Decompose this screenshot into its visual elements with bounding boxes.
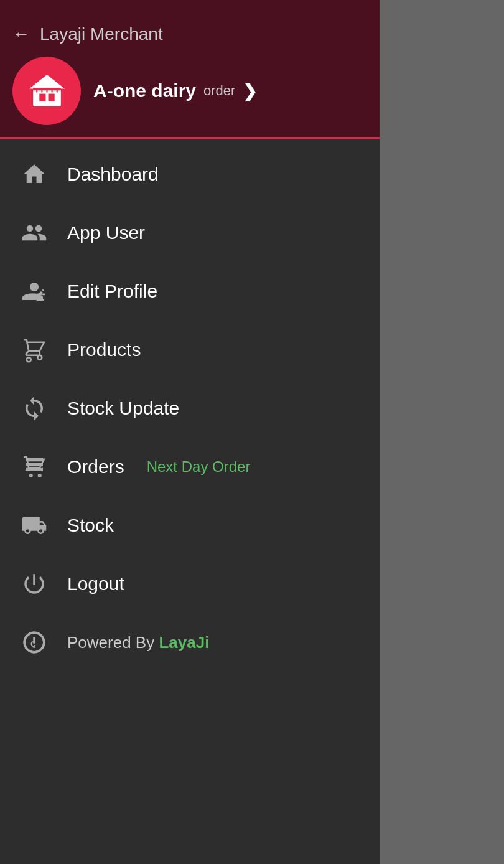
dashboard-label: Dashboard (67, 164, 159, 185)
stock-label: Stock (67, 515, 114, 536)
svg-marker-1 (29, 75, 65, 88)
sidebar-item-logout[interactable]: Logout (0, 555, 380, 613)
header: ← Layaji Merchant (0, 0, 380, 137)
svg-rect-17 (26, 468, 43, 471)
home-icon (19, 159, 50, 190)
logout-icon (19, 568, 50, 599)
sidebar-item-app-user[interactable]: App User (0, 204, 380, 262)
svg-rect-3 (48, 93, 54, 101)
copyright-icon: c (19, 627, 50, 658)
sidebar-item-stock-update[interactable]: Stock Update (0, 379, 380, 438)
sidebar-item-orders[interactable]: Orders Next Day Order (0, 438, 380, 496)
svg-rect-12 (37, 296, 44, 298)
users-icon (19, 217, 50, 248)
store-name: A-one dairy (93, 80, 196, 101)
right-panel (380, 0, 504, 864)
sidebar-item-edit-profile[interactable]: Edit Profile (0, 262, 380, 321)
stock-icon (19, 510, 50, 541)
stock-update-icon (19, 393, 50, 424)
svg-rect-15 (26, 458, 43, 461)
edit-profile-label: Edit Profile (67, 281, 157, 302)
powered-by-text: Powered By (67, 633, 159, 652)
orders-label: Orders (67, 456, 124, 477)
sidebar-item-products[interactable]: Products (0, 321, 380, 379)
sidebar-item-stock[interactable]: Stock (0, 496, 380, 555)
nav-menu: Dashboard App User Edit Pr (0, 139, 380, 864)
stock-update-label: Stock Update (67, 398, 179, 419)
app-title: Layaji Merchant (40, 24, 163, 44)
back-button[interactable]: ← (12, 24, 30, 44)
svg-rect-11 (37, 294, 45, 296)
svg-rect-16 (26, 463, 43, 466)
orders-extra-label: Next Day Order (147, 458, 251, 476)
svg-text:c: c (30, 638, 36, 649)
powered-by-row: c Powered By LayaJi (0, 613, 380, 672)
sidebar-item-dashboard[interactable]: Dashboard (0, 145, 380, 204)
svg-rect-2 (39, 93, 45, 101)
sidebar: ← Layaji Merchant (0, 0, 380, 864)
store-info[interactable]: A-one dairy order ❯ (93, 80, 257, 101)
order-text: order (203, 83, 235, 99)
logout-label: Logout (67, 573, 124, 594)
products-label: Products (67, 339, 141, 360)
chevron-right-icon: ❯ (243, 81, 257, 101)
store-logo (12, 57, 81, 125)
svg-rect-13 (37, 299, 44, 301)
edit-profile-icon (19, 276, 50, 307)
app-user-label: App User (67, 222, 145, 243)
products-icon (19, 334, 50, 365)
brand-name: LayaJi (159, 633, 209, 652)
orders-icon (19, 451, 50, 482)
